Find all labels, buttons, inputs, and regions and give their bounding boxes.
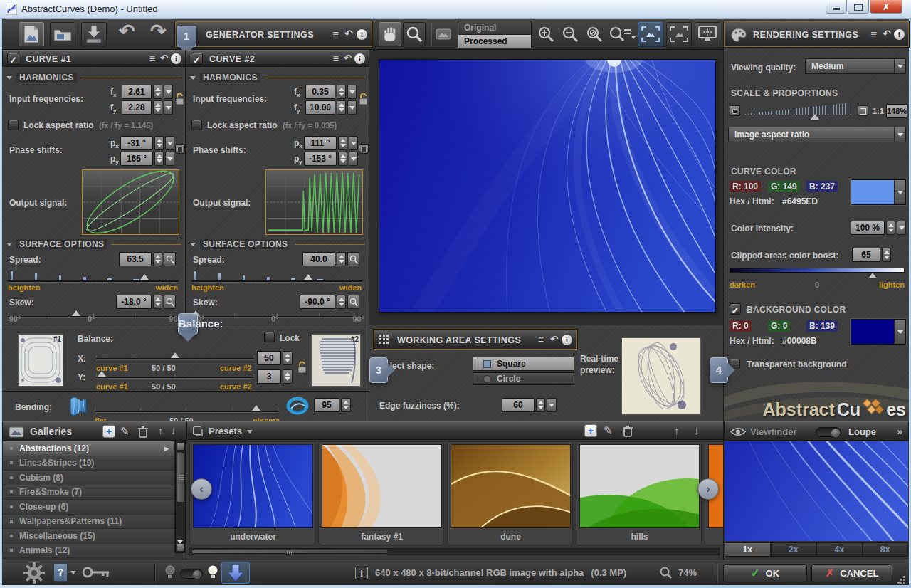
color-intensity-dropdown[interactable] bbox=[897, 221, 906, 235]
scale-slider[interactable] bbox=[745, 103, 853, 120]
curve1-px-dropdown[interactable] bbox=[165, 136, 174, 150]
edge-fuzziness-dropdown[interactable] bbox=[547, 398, 557, 412]
curve2-fy-stepper[interactable] bbox=[337, 100, 346, 115]
open-image-button[interactable] bbox=[50, 22, 75, 46]
settings-gear-button[interactable] bbox=[23, 562, 45, 584]
presets-dropdown-arrow[interactable] bbox=[247, 430, 253, 434]
curve2-fx-dropdown[interactable] bbox=[347, 85, 357, 99]
one-to-one-label[interactable]: 1:1 bbox=[873, 107, 884, 115]
curve1-spread-stepper[interactable] bbox=[153, 252, 162, 266]
zoom-reset-button[interactable] bbox=[586, 26, 604, 43]
curve2-phase-link-button[interactable] bbox=[359, 144, 369, 154]
presets-scroll-left-button[interactable]: ‹ bbox=[191, 478, 212, 500]
working-area-reset-icon[interactable]: ↶ bbox=[550, 334, 558, 345]
curve2-fy-dropdown[interactable] bbox=[347, 100, 357, 115]
toggle-knob[interactable] bbox=[831, 429, 840, 437]
curve2-skew-zoom-button[interactable] bbox=[347, 295, 359, 309]
curve2-px-dropdown[interactable] bbox=[349, 136, 358, 150]
resize-grip[interactable] bbox=[897, 576, 906, 584]
scale-marker[interactable] bbox=[811, 114, 819, 120]
loupe-zoom-4x[interactable]: 4x bbox=[816, 542, 863, 557]
shape-circle-option[interactable]: Circle bbox=[473, 372, 574, 385]
canvas-image[interactable] bbox=[379, 59, 716, 313]
color-intensity-stepper[interactable] bbox=[886, 221, 895, 235]
curve1-fx-stepper[interactable] bbox=[153, 85, 162, 99]
cancel-button[interactable]: ✗CANCEL bbox=[811, 564, 892, 582]
curve1-reset-icon[interactable]: ↶ bbox=[160, 53, 168, 63]
balance-x-slider[interactable] bbox=[96, 352, 254, 364]
bending-slider[interactable] bbox=[95, 405, 278, 416]
curve2-frequency-lock-icon[interactable] bbox=[358, 93, 369, 106]
scale-value[interactable]: 148% bbox=[886, 104, 907, 118]
add-gallery-button[interactable]: + bbox=[102, 425, 115, 438]
curve2-fx-stepper[interactable] bbox=[337, 85, 346, 99]
generator-menu-icon[interactable]: ≡ bbox=[332, 28, 339, 40]
rendering-menu-icon[interactable]: ≡ bbox=[870, 28, 877, 40]
curve1-skew-zoom-button[interactable] bbox=[164, 295, 176, 309]
curve1-menu-icon[interactable]: ≡ bbox=[149, 53, 155, 64]
curve1-skew-stepper[interactable] bbox=[153, 295, 162, 309]
presets-title[interactable]: Presets bbox=[209, 426, 242, 436]
curve1-surface-section[interactable]: SURFACE OPTIONS bbox=[6, 239, 181, 249]
gallery-item-cubism[interactable]: Cubism (8) bbox=[3, 471, 174, 485]
bending-marker[interactable] bbox=[252, 405, 260, 411]
clipped-boost-input[interactable]: 65 bbox=[852, 248, 880, 262]
curve1-px-input[interactable]: -31 ° bbox=[120, 136, 153, 150]
presets-scroll-right-button[interactable]: › bbox=[697, 478, 719, 500]
balance-x-stepper[interactable] bbox=[283, 351, 293, 365]
redo-button[interactable]: ↷ bbox=[150, 20, 167, 43]
clipped-boost-stepper[interactable] bbox=[882, 248, 891, 262]
help-button[interactable]: ? bbox=[53, 563, 68, 582]
loupe-zoom-2x[interactable]: 2x bbox=[771, 542, 817, 557]
original-option[interactable]: Original bbox=[458, 21, 531, 34]
close-button[interactable]: ✗ bbox=[870, 0, 902, 14]
curve1-harmonics-section[interactable]: HARMONICS bbox=[6, 73, 181, 83]
curve1-py-stepper[interactable] bbox=[154, 152, 164, 166]
curve2-spread-marker[interactable] bbox=[304, 274, 312, 280]
curve1-fy-input[interactable]: 2.28 bbox=[122, 100, 152, 115]
curve-color-swatch[interactable] bbox=[851, 179, 906, 205]
curve2-enabled-checkbox[interactable]: ✓ bbox=[191, 53, 203, 65]
curve2-menu-icon[interactable]: ≡ bbox=[333, 53, 339, 64]
undo-button[interactable]: ↶ bbox=[119, 20, 135, 43]
move-gallery-down-button[interactable]: ↓ bbox=[171, 425, 176, 436]
balance-x-input[interactable]: 50 bbox=[257, 351, 281, 365]
preset-card-hills[interactable]: hills bbox=[576, 441, 702, 545]
presets-scrollbar-thumb[interactable] bbox=[191, 550, 388, 554]
fit-image-button[interactable] bbox=[638, 22, 663, 46]
curve2-fx-input[interactable]: 0.35 bbox=[305, 85, 335, 99]
balance-lock-icon[interactable] bbox=[297, 361, 307, 374]
curve2-py-input[interactable]: -153 ° bbox=[304, 152, 337, 166]
working-area-header[interactable]: WORKING AREA SETTINGS ≡ ↶ i bbox=[374, 330, 577, 350]
loupe-zoom-1x[interactable]: 1x bbox=[725, 542, 771, 557]
gallery-item-abstractions[interactable]: Abstractions (12)▸ bbox=[3, 441, 174, 456]
curve2-harmonics-section[interactable]: HARMONICS bbox=[190, 73, 365, 83]
curve1-spread-marker[interactable] bbox=[140, 274, 149, 280]
delete-gallery-button[interactable] bbox=[138, 426, 148, 438]
scroll-down-button[interactable] bbox=[177, 543, 185, 552]
viewfinder-loupe-toggle[interactable] bbox=[816, 427, 841, 437]
new-image-button[interactable] bbox=[19, 22, 44, 46]
generator-settings-header[interactable]: GENERATOR SETTINGS ≡ ↶ i bbox=[175, 21, 372, 47]
curve2-px-input[interactable]: 111 ° bbox=[304, 136, 337, 150]
preset-card-dune[interactable]: dune bbox=[447, 441, 573, 545]
share-preset-button[interactable]: ↑ bbox=[674, 424, 680, 436]
curve2-lock-aspect-checkbox[interactable] bbox=[191, 120, 202, 130]
curve1-lock-aspect-checkbox[interactable] bbox=[8, 120, 19, 130]
ok-button[interactable]: ✓OK bbox=[723, 564, 807, 582]
move-gallery-up-button[interactable]: ↑ bbox=[158, 425, 163, 436]
license-key-button[interactable] bbox=[82, 566, 110, 579]
curve1-spread-slider[interactable] bbox=[8, 266, 179, 282]
curve1-fx-dropdown[interactable] bbox=[164, 85, 173, 99]
export-button[interactable] bbox=[81, 22, 107, 46]
color-intensity-input[interactable]: 100 % bbox=[851, 221, 885, 235]
zoom-out-button[interactable] bbox=[562, 26, 580, 43]
curve1-px-stepper[interactable] bbox=[154, 136, 164, 150]
curve1-skew-input[interactable]: -18.0 ° bbox=[116, 295, 152, 309]
fit-screen-button[interactable] bbox=[666, 22, 692, 46]
curve1-phase-link-button[interactable] bbox=[175, 144, 185, 154]
curve2-skew-input[interactable]: -90.0 ° bbox=[300, 295, 335, 309]
panel-expand-chevrons[interactable]: » bbox=[897, 426, 902, 437]
curve2-spread-slider[interactable] bbox=[191, 266, 362, 282]
viewfinder-label[interactable]: Viewfinder bbox=[750, 426, 797, 437]
